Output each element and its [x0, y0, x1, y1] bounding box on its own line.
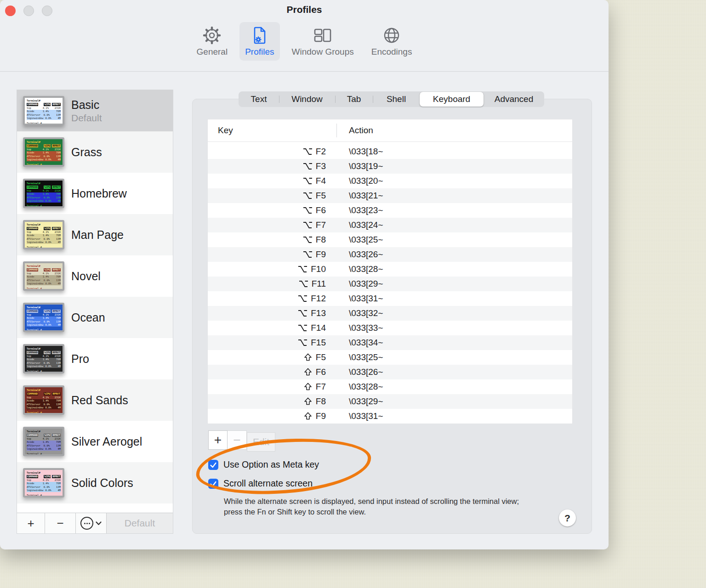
key-cell: F5	[208, 352, 336, 362]
remove-profile-button[interactable]: −	[45, 513, 76, 533]
help-button[interactable]: ?	[559, 509, 576, 526]
thumb-process-line: loginwindow0.0%4M	[27, 117, 61, 120]
thumb-process-line: loginwindow0.0%4M	[27, 282, 61, 285]
key-binding-row[interactable]: F9 \033[31~	[208, 409, 572, 424]
profiles-document-icon	[250, 25, 270, 45]
key-binding-row[interactable]: F4 \033[20~	[208, 174, 572, 188]
window-title: Profiles	[0, 4, 609, 15]
add-profile-button[interactable]: +	[17, 513, 45, 533]
profile-thumbnail: Terminal# COMMAND %CPU RPRVT top4.1%231K…	[23, 96, 64, 125]
thumb-process-line: ATSServer0.0%13M	[27, 320, 61, 323]
add-key-binding-button[interactable]: +	[208, 430, 228, 450]
profile-meta: Man Page	[71, 228, 124, 242]
key-column-header[interactable]: Key	[208, 125, 233, 136]
option-key-icon	[302, 147, 313, 156]
remove-key-binding-button[interactable]: −	[228, 430, 247, 450]
profile-list-item[interactable]: Terminal# COMMAND %CPU RPRVT top4.1%231K…	[17, 297, 173, 338]
key-cell: F9	[208, 249, 336, 260]
key-binding-row[interactable]: F5 \033[21~	[208, 188, 572, 203]
action-value: \033[26~	[336, 367, 383, 377]
action-value: \033[33~	[336, 323, 383, 333]
profile-list-item[interactable]: Terminal# COMMAND %CPU RPRVT top4.1%231K…	[17, 255, 173, 297]
profile-list-item[interactable]: Terminal# COMMAND %CPU RPRVT top4.1%231K…	[17, 462, 173, 503]
action-column-header[interactable]: Action	[349, 125, 373, 136]
thumb-process-line: Xcode1.4%78M	[27, 151, 61, 154]
thumb-cpu-header: %CPU	[44, 351, 51, 354]
profile-list-item[interactable]: Terminal# COMMAND %CPU RPRVT top4.1%231K…	[17, 421, 173, 462]
action-value: \033[29~	[336, 396, 383, 407]
thumb-header-row: COMMAND %CPU RPRVT	[27, 310, 61, 313]
key-label: F5	[316, 191, 326, 201]
key-binding-row[interactable]: F7 \033[24~	[208, 218, 572, 232]
tab[interactable]: Text	[239, 92, 279, 107]
thumb-process-line: ATSServer0.0%13M	[27, 486, 61, 489]
key-binding-row[interactable]: F13 \033[32~	[208, 306, 572, 321]
profile-list-item[interactable]: Terminal# COMMAND %CPU RPRVT top4.1%231K…	[17, 131, 173, 173]
key-binding-row[interactable]: F10 \033[28~	[208, 262, 572, 277]
thumb-prompt: Terminal #	[27, 246, 61, 248]
key-binding-row[interactable]: F3 \033[19~	[208, 159, 572, 174]
key-label: F8	[316, 396, 326, 407]
profile-name: Grass	[71, 146, 102, 159]
key-binding-row[interactable]: F9 \033[26~	[208, 247, 572, 262]
profile-actions-menu-button[interactable]	[76, 513, 107, 533]
profile-list-item[interactable]: Terminal# COMMAND %CPU RPRVT top4.1%231K…	[17, 173, 173, 214]
profile-thumbnail: Terminal# COMMAND %CPU RPRVT top4.1%231K…	[23, 303, 64, 332]
toolbar-item-profiles[interactable]: Profiles	[239, 22, 279, 61]
action-value: \033[20~	[336, 176, 383, 186]
key-binding-row[interactable]: F7 \033[28~	[208, 379, 572, 394]
key-binding-row[interactable]: F11 \033[29~	[208, 277, 572, 291]
key-label: F11	[312, 279, 326, 289]
key-binding-row[interactable]: F15 \033[34~	[208, 335, 572, 350]
profile-list-item[interactable]: Terminal# COMMAND %CPU RPRVT top4.1%231K…	[17, 214, 173, 255]
thumb-process-line: loginwindow0.0%4M	[27, 406, 61, 409]
key-binding-editor-buttons: + − Edit	[208, 430, 275, 452]
globe-icon	[381, 25, 402, 45]
tab[interactable]: Advanced	[484, 92, 544, 107]
thumb-process-line: loginwindow0.0%4M	[27, 323, 61, 327]
key-binding-row[interactable]: F8 \033[25~	[208, 232, 572, 247]
tab[interactable]: Shell	[373, 92, 420, 107]
scroll-alternate-screen-checkbox[interactable]	[208, 479, 218, 489]
set-default-button[interactable]: Default	[107, 513, 173, 533]
shift-key-icon	[303, 397, 313, 406]
action-value: \033[23~	[336, 205, 383, 215]
key-binding-row[interactable]: F6 \033[26~	[208, 365, 572, 379]
profile-thumbnail-screen: Terminal# COMMAND %CPU RPRVT top4.1%231K…	[25, 139, 63, 165]
profile-thumbnail-screen: Terminal# COMMAND %CPU RPRVT top4.1%231K…	[25, 263, 63, 289]
toolbar-item-general[interactable]: General	[191, 22, 233, 61]
key-binding-row[interactable]: F5 \033[25~	[208, 350, 572, 365]
toolbar-item-encodings[interactable]: Encodings	[366, 22, 418, 61]
tab[interactable]: Tab	[335, 92, 373, 107]
thumb-process-line: Xcode1.4%78M	[27, 192, 61, 196]
thumb-command-header: COMMAND	[27, 434, 38, 437]
profile-name: Novel	[71, 270, 101, 283]
thumb-prompt: Terminal #	[27, 370, 61, 372]
key-binding-row[interactable]: F8 \033[29~	[208, 394, 572, 409]
tab[interactable]: Keyboard	[420, 92, 484, 107]
profile-list-item[interactable]: Terminal# COMMAND %CPU RPRVT top4.1%231K…	[17, 379, 173, 421]
checkmark-icon	[209, 461, 217, 469]
key-binding-row[interactable]: F14 \033[33~	[208, 321, 572, 335]
use-option-as-meta-checkbox[interactable]	[208, 460, 218, 470]
edit-key-binding-button[interactable]: Edit	[247, 432, 275, 452]
thumb-process-line: loginwindow0.0%4M	[27, 241, 61, 244]
key-label: F14	[311, 323, 326, 333]
key-cell: F4	[208, 176, 336, 186]
thumb-cpu-header: %CPU	[44, 310, 51, 313]
key-binding-row[interactable]: F6 \033[23~	[208, 203, 572, 218]
action-value: \033[28~	[336, 382, 383, 392]
key-cell: F5	[208, 191, 336, 201]
tab[interactable]: Window	[279, 92, 335, 107]
key-cell: F6	[208, 205, 336, 215]
key-binding-row[interactable]: F2 \033[18~	[208, 144, 572, 159]
thumb-header-row: COMMAND %CPU RPRVT	[27, 434, 61, 437]
profile-meta: Grass	[71, 146, 102, 159]
thumb-process-line: top4.1%231K	[27, 148, 61, 151]
profile-thumbnail-screen: Terminal# COMMAND %CPU RPRVT top4.1%231K…	[25, 346, 63, 372]
key-binding-row[interactable]: F12 \033[31~	[208, 291, 572, 306]
profile-list-item[interactable]: Terminal# COMMAND %CPU RPRVT top4.1%231K…	[17, 90, 173, 131]
thumb-command-header: COMMAND	[27, 144, 38, 147]
profile-list-item[interactable]: Terminal# COMMAND %CPU RPRVT top4.1%231K…	[17, 338, 173, 379]
toolbar-item-window-groups[interactable]: Window Groups	[286, 22, 359, 61]
